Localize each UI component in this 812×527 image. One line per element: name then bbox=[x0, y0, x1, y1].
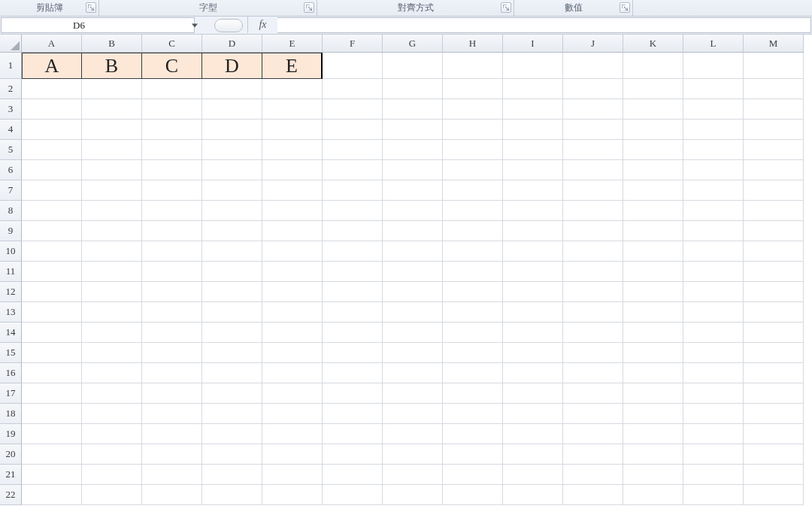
cell-H1[interactable] bbox=[443, 53, 503, 79]
cell-I19[interactable] bbox=[503, 424, 563, 444]
cell-M9[interactable] bbox=[744, 221, 804, 241]
cell-B14[interactable] bbox=[82, 323, 142, 343]
cell-M14[interactable] bbox=[744, 323, 804, 343]
row-header-13[interactable]: 13 bbox=[0, 302, 22, 323]
cell-D3[interactable] bbox=[202, 99, 262, 120]
cell-G11[interactable] bbox=[383, 262, 443, 282]
row-header-21[interactable]: 21 bbox=[0, 465, 22, 485]
cell-G20[interactable] bbox=[383, 444, 443, 465]
cell-G19[interactable] bbox=[383, 424, 443, 444]
cell-M4[interactable] bbox=[744, 120, 804, 140]
cell-B22[interactable] bbox=[82, 485, 142, 505]
cell-J9[interactable] bbox=[563, 221, 623, 241]
cell-J6[interactable] bbox=[563, 160, 623, 180]
column-header-J[interactable]: J bbox=[563, 35, 623, 53]
cell-K22[interactable] bbox=[623, 485, 683, 505]
row-header-19[interactable]: 19 bbox=[0, 424, 22, 444]
cell-K19[interactable] bbox=[623, 424, 683, 444]
cell-G16[interactable] bbox=[383, 363, 443, 383]
cell-D4[interactable] bbox=[202, 120, 262, 140]
cell-I18[interactable] bbox=[503, 404, 563, 424]
dialog-launcher[interactable] bbox=[620, 2, 630, 13]
cell-F11[interactable] bbox=[323, 262, 383, 282]
row-header-22[interactable]: 22 bbox=[0, 485, 22, 505]
cell-J1[interactable] bbox=[563, 53, 623, 79]
column-header-G[interactable]: G bbox=[383, 35, 443, 53]
cell-F6[interactable] bbox=[323, 160, 383, 180]
cell-A5[interactable] bbox=[22, 140, 82, 160]
cell-H15[interactable] bbox=[443, 343, 503, 363]
cell-K7[interactable] bbox=[623, 180, 683, 201]
cell-B20[interactable] bbox=[82, 444, 142, 465]
cell-E4[interactable] bbox=[262, 120, 323, 140]
row-header-16[interactable]: 16 bbox=[0, 363, 22, 383]
cell-D16[interactable] bbox=[202, 363, 262, 383]
cell-B3[interactable] bbox=[82, 99, 142, 120]
column-header-I[interactable]: I bbox=[503, 35, 563, 53]
cell-F3[interactable] bbox=[323, 99, 383, 120]
cell-I16[interactable] bbox=[503, 363, 563, 383]
cell-C21[interactable] bbox=[142, 465, 202, 485]
cell-I6[interactable] bbox=[503, 160, 563, 180]
cell-A17[interactable] bbox=[22, 383, 82, 404]
cell-G13[interactable] bbox=[383, 302, 443, 323]
cell-I8[interactable] bbox=[503, 201, 563, 221]
cell-B19[interactable] bbox=[82, 424, 142, 444]
cell-K5[interactable] bbox=[623, 140, 683, 160]
cell-B11[interactable] bbox=[82, 262, 142, 282]
cell-J13[interactable] bbox=[563, 302, 623, 323]
row-header-5[interactable]: 5 bbox=[0, 140, 22, 160]
cell-M22[interactable] bbox=[744, 485, 804, 505]
cell-E2[interactable] bbox=[262, 79, 323, 99]
cell-L22[interactable] bbox=[683, 485, 744, 505]
cell-J14[interactable] bbox=[563, 323, 623, 343]
cell-G8[interactable] bbox=[383, 201, 443, 221]
cell-F22[interactable] bbox=[323, 485, 383, 505]
cell-B9[interactable] bbox=[82, 221, 142, 241]
row-header-8[interactable]: 8 bbox=[0, 201, 22, 221]
cell-H17[interactable] bbox=[443, 383, 503, 404]
cell-H12[interactable] bbox=[443, 282, 503, 302]
cell-J22[interactable] bbox=[563, 485, 623, 505]
cell-D8[interactable] bbox=[202, 201, 262, 221]
cell-J18[interactable] bbox=[563, 404, 623, 424]
cell-C8[interactable] bbox=[142, 201, 202, 221]
cell-M16[interactable] bbox=[744, 363, 804, 383]
cell-L7[interactable] bbox=[683, 180, 744, 201]
cell-K18[interactable] bbox=[623, 404, 683, 424]
cell-H3[interactable] bbox=[443, 99, 503, 120]
cell-K17[interactable] bbox=[623, 383, 683, 404]
cell-H2[interactable] bbox=[443, 79, 503, 99]
cell-F21[interactable] bbox=[323, 465, 383, 485]
cell-H19[interactable] bbox=[443, 424, 503, 444]
cell-E6[interactable] bbox=[262, 160, 323, 180]
cell-C18[interactable] bbox=[142, 404, 202, 424]
cell-H11[interactable] bbox=[443, 262, 503, 282]
cell-M21[interactable] bbox=[744, 465, 804, 485]
cell-E13[interactable] bbox=[262, 302, 323, 323]
cell-E18[interactable] bbox=[262, 404, 323, 424]
cell-K21[interactable] bbox=[623, 465, 683, 485]
row-header-14[interactable]: 14 bbox=[0, 323, 22, 343]
cell-A18[interactable] bbox=[22, 404, 82, 424]
cell-A10[interactable] bbox=[22, 241, 82, 262]
cell-L15[interactable] bbox=[683, 343, 744, 363]
cell-H7[interactable] bbox=[443, 180, 503, 201]
cell-D5[interactable] bbox=[202, 140, 262, 160]
cell-D10[interactable] bbox=[202, 241, 262, 262]
cell-A9[interactable] bbox=[22, 221, 82, 241]
column-header-A[interactable]: A bbox=[22, 35, 82, 53]
cell-F17[interactable] bbox=[323, 383, 383, 404]
cell-C2[interactable] bbox=[142, 79, 202, 99]
cell-K1[interactable] bbox=[623, 53, 683, 79]
cell-H6[interactable] bbox=[443, 160, 503, 180]
cell-F13[interactable] bbox=[323, 302, 383, 323]
cell-F16[interactable] bbox=[323, 363, 383, 383]
cell-H16[interactable] bbox=[443, 363, 503, 383]
cell-H14[interactable] bbox=[443, 323, 503, 343]
cell-K6[interactable] bbox=[623, 160, 683, 180]
cell-A4[interactable] bbox=[22, 120, 82, 140]
cell-G6[interactable] bbox=[383, 160, 443, 180]
cell-C14[interactable] bbox=[142, 323, 202, 343]
row-header-1[interactable]: 1 bbox=[0, 53, 22, 79]
